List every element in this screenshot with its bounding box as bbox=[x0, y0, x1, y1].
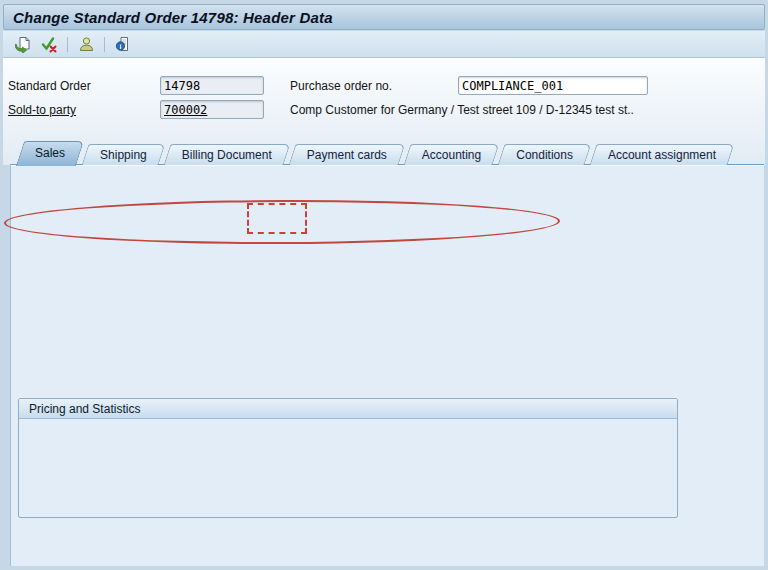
purchase-order-field[interactable]: COMPLIANCE_001 bbox=[458, 76, 648, 95]
business-partner-icon bbox=[78, 36, 95, 53]
header-tabstrip: Sales Shipping Billing Document Payment … bbox=[20, 141, 736, 165]
business-partner-button[interactable] bbox=[76, 34, 96, 54]
tab-shipping[interactable]: Shipping bbox=[85, 144, 162, 165]
page-title: Change Standard Order 14798: Header Data bbox=[4, 9, 333, 26]
tab-conditions[interactable]: Conditions bbox=[501, 144, 588, 165]
standard-order-label: Standard Order bbox=[8, 79, 91, 93]
sold-to-party-description: Comp Customer for Germany / Test street … bbox=[290, 103, 634, 117]
toolbar-separator bbox=[104, 37, 105, 52]
pricing-statistics-header: Pricing and Statistics bbox=[19, 399, 677, 419]
sold-to-party-label: Sold-to party bbox=[8, 103, 76, 117]
groupbox-title: Pricing and Statistics bbox=[29, 402, 140, 416]
tab-account-assignment[interactable]: Account assignment bbox=[593, 144, 731, 165]
check-incompletion-icon bbox=[41, 36, 58, 53]
purchase-order-label: Purchase order no. bbox=[290, 79, 392, 93]
pricing-statistics-groupbox: Pricing and Statistics bbox=[18, 398, 678, 518]
document-info-icon bbox=[115, 36, 132, 53]
tab-accounting[interactable]: Accounting bbox=[407, 144, 496, 165]
standard-order-field[interactable]: 14798 bbox=[160, 76, 264, 95]
copy-document-button[interactable] bbox=[13, 34, 33, 54]
tab-payment-cards[interactable]: Payment cards bbox=[292, 144, 402, 165]
application-toolbar bbox=[3, 31, 765, 58]
toolbar-separator bbox=[67, 37, 68, 52]
tab-billing-document[interactable]: Billing Document bbox=[167, 144, 287, 165]
document-info-button[interactable] bbox=[113, 34, 133, 54]
check-incompletion-button[interactable] bbox=[39, 34, 59, 54]
copy-document-icon bbox=[15, 36, 32, 53]
tab-sales[interactable]: Sales bbox=[20, 141, 80, 165]
window-title-bar: Change Standard Order 14798: Header Data bbox=[3, 4, 765, 30]
sold-to-party-field[interactable]: 700002 bbox=[160, 100, 264, 119]
